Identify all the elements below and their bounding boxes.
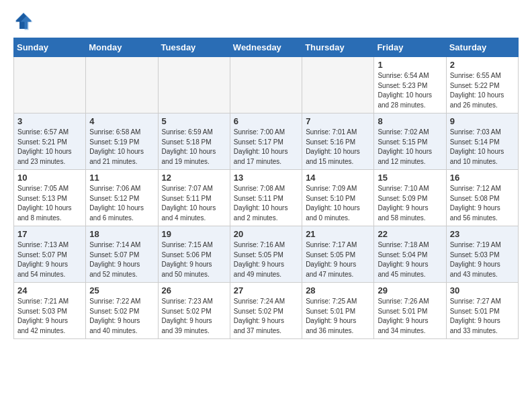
day-info: Sunrise: 7:17 AM Sunset: 5:05 PM Dayligh… (306, 240, 370, 279)
day-number: 28 (306, 285, 370, 295)
day-info: Sunrise: 7:22 AM Sunset: 5:02 PM Dayligh… (89, 297, 154, 336)
week-row-4: 17Sunrise: 7:13 AM Sunset: 5:07 PM Dayli… (14, 226, 519, 283)
calendar-header-row: SundayMondayTuesdayWednesdayThursdayFrid… (14, 38, 519, 57)
day-info: Sunrise: 7:07 AM Sunset: 5:11 PM Dayligh… (162, 184, 226, 223)
day-info: Sunrise: 6:59 AM Sunset: 5:18 PM Dayligh… (162, 128, 226, 167)
calendar-cell: 28Sunrise: 7:25 AM Sunset: 5:01 PM Dayli… (302, 283, 374, 339)
empty-cell (158, 57, 230, 113)
day-number: 22 (378, 229, 442, 239)
calendar-table: SundayMondayTuesdayWednesdayThursdayFrid… (13, 38, 519, 339)
calendar-cell: 19Sunrise: 7:15 AM Sunset: 5:06 PM Dayli… (158, 226, 230, 283)
calendar-cell: 10Sunrise: 7:05 AM Sunset: 5:13 PM Dayli… (14, 170, 86, 226)
calendar-cell: 18Sunrise: 7:14 AM Sunset: 5:07 PM Dayli… (86, 226, 158, 283)
empty-cell (14, 57, 86, 113)
day-info: Sunrise: 7:12 AM Sunset: 5:08 PM Dayligh… (450, 184, 515, 223)
calendar-cell: 21Sunrise: 7:17 AM Sunset: 5:05 PM Dayli… (302, 226, 374, 283)
day-number: 13 (234, 173, 298, 183)
calendar-cell: 29Sunrise: 7:26 AM Sunset: 5:01 PM Dayli… (374, 283, 446, 339)
day-number: 19 (162, 229, 226, 239)
col-header-thursday: Thursday (302, 38, 374, 57)
day-number: 23 (450, 229, 515, 239)
calendar-cell: 26Sunrise: 7:23 AM Sunset: 5:02 PM Dayli… (158, 283, 230, 339)
day-number: 21 (306, 229, 370, 239)
col-header-tuesday: Tuesday (158, 38, 230, 57)
empty-cell (86, 57, 158, 113)
calendar-cell: 2Sunrise: 6:55 AM Sunset: 5:22 PM Daylig… (446, 57, 518, 113)
calendar-cell: 15Sunrise: 7:10 AM Sunset: 5:09 PM Dayli… (374, 170, 446, 226)
day-number: 1 (378, 60, 442, 70)
day-info: Sunrise: 7:15 AM Sunset: 5:06 PM Dayligh… (162, 240, 226, 279)
empty-cell (230, 57, 302, 113)
logo-icon (13, 11, 34, 31)
col-header-monday: Monday (86, 38, 158, 57)
calendar-cell: 13Sunrise: 7:08 AM Sunset: 5:11 PM Dayli… (230, 170, 302, 226)
week-row-1: 1Sunrise: 6:54 AM Sunset: 5:23 PM Daylig… (14, 57, 519, 113)
calendar-cell: 5Sunrise: 6:59 AM Sunset: 5:18 PM Daylig… (158, 113, 230, 170)
day-info: Sunrise: 6:54 AM Sunset: 5:23 PM Dayligh… (378, 71, 442, 110)
calendar-cell: 7Sunrise: 7:01 AM Sunset: 5:16 PM Daylig… (302, 113, 374, 170)
day-info: Sunrise: 7:08 AM Sunset: 5:11 PM Dayligh… (234, 184, 298, 223)
day-number: 29 (378, 285, 442, 295)
day-number: 12 (162, 173, 226, 183)
calendar-cell: 3Sunrise: 6:57 AM Sunset: 5:21 PM Daylig… (14, 113, 86, 170)
day-number: 5 (162, 116, 226, 126)
day-info: Sunrise: 7:06 AM Sunset: 5:12 PM Dayligh… (89, 184, 154, 223)
calendar-cell: 17Sunrise: 7:13 AM Sunset: 5:07 PM Dayli… (14, 226, 86, 283)
day-number: 18 (89, 229, 154, 239)
calendar-cell: 25Sunrise: 7:22 AM Sunset: 5:02 PM Dayli… (86, 283, 158, 339)
day-number: 10 (17, 173, 82, 183)
day-info: Sunrise: 7:23 AM Sunset: 5:02 PM Dayligh… (162, 297, 226, 336)
day-info: Sunrise: 7:25 AM Sunset: 5:01 PM Dayligh… (306, 297, 370, 336)
day-info: Sunrise: 7:14 AM Sunset: 5:07 PM Dayligh… (89, 240, 154, 279)
day-number: 9 (450, 116, 515, 126)
calendar-cell: 1Sunrise: 6:54 AM Sunset: 5:23 PM Daylig… (374, 57, 446, 113)
day-info: Sunrise: 7:21 AM Sunset: 5:03 PM Dayligh… (17, 297, 82, 336)
day-number: 11 (89, 173, 154, 183)
calendar-cell: 6Sunrise: 7:00 AM Sunset: 5:17 PM Daylig… (230, 113, 302, 170)
calendar-cell: 23Sunrise: 7:19 AM Sunset: 5:03 PM Dayli… (446, 226, 518, 283)
day-info: Sunrise: 7:27 AM Sunset: 5:01 PM Dayligh… (450, 297, 515, 336)
logo (13, 11, 36, 31)
day-info: Sunrise: 7:10 AM Sunset: 5:09 PM Dayligh… (378, 184, 442, 223)
calendar-cell: 12Sunrise: 7:07 AM Sunset: 5:11 PM Dayli… (158, 170, 230, 226)
day-info: Sunrise: 7:13 AM Sunset: 5:07 PM Dayligh… (17, 240, 82, 279)
day-number: 7 (306, 116, 370, 126)
day-info: Sunrise: 7:18 AM Sunset: 5:04 PM Dayligh… (378, 240, 442, 279)
day-number: 27 (234, 285, 298, 295)
day-number: 4 (89, 116, 154, 126)
col-header-wednesday: Wednesday (230, 38, 302, 57)
day-info: Sunrise: 7:26 AM Sunset: 5:01 PM Dayligh… (378, 297, 442, 336)
calendar-cell: 16Sunrise: 7:12 AM Sunset: 5:08 PM Dayli… (446, 170, 518, 226)
day-number: 30 (450, 285, 515, 295)
calendar-cell: 30Sunrise: 7:27 AM Sunset: 5:01 PM Dayli… (446, 283, 518, 339)
calendar-cell: 8Sunrise: 7:02 AM Sunset: 5:15 PM Daylig… (374, 113, 446, 170)
day-number: 3 (17, 116, 82, 126)
day-info: Sunrise: 7:16 AM Sunset: 5:05 PM Dayligh… (234, 240, 298, 279)
week-row-3: 10Sunrise: 7:05 AM Sunset: 5:13 PM Dayli… (14, 170, 519, 226)
day-info: Sunrise: 7:24 AM Sunset: 5:02 PM Dayligh… (234, 297, 298, 336)
day-number: 15 (378, 173, 442, 183)
calendar-cell: 9Sunrise: 7:03 AM Sunset: 5:14 PM Daylig… (446, 113, 518, 170)
calendar-cell: 14Sunrise: 7:09 AM Sunset: 5:10 PM Dayli… (302, 170, 374, 226)
day-number: 24 (17, 285, 82, 295)
day-info: Sunrise: 6:57 AM Sunset: 5:21 PM Dayligh… (17, 128, 82, 167)
col-header-friday: Friday (374, 38, 446, 57)
day-number: 17 (17, 229, 82, 239)
day-info: Sunrise: 6:55 AM Sunset: 5:22 PM Dayligh… (450, 71, 515, 110)
calendar-cell: 22Sunrise: 7:18 AM Sunset: 5:04 PM Dayli… (374, 226, 446, 283)
day-info: Sunrise: 7:05 AM Sunset: 5:13 PM Dayligh… (17, 184, 82, 223)
day-info: Sunrise: 6:58 AM Sunset: 5:19 PM Dayligh… (89, 128, 154, 167)
col-header-sunday: Sunday (14, 38, 86, 57)
calendar-cell: 20Sunrise: 7:16 AM Sunset: 5:05 PM Dayli… (230, 226, 302, 283)
day-number: 8 (378, 116, 442, 126)
header (13, 11, 519, 31)
day-info: Sunrise: 7:09 AM Sunset: 5:10 PM Dayligh… (306, 184, 370, 223)
day-info: Sunrise: 7:02 AM Sunset: 5:15 PM Dayligh… (378, 128, 442, 167)
page: SundayMondayTuesdayWednesdayThursdayFrid… (0, 0, 532, 350)
day-number: 2 (450, 60, 515, 70)
day-info: Sunrise: 7:01 AM Sunset: 5:16 PM Dayligh… (306, 128, 370, 167)
calendar-cell: 24Sunrise: 7:21 AM Sunset: 5:03 PM Dayli… (14, 283, 86, 339)
day-number: 20 (234, 229, 298, 239)
empty-cell (302, 57, 374, 113)
day-number: 25 (89, 285, 154, 295)
